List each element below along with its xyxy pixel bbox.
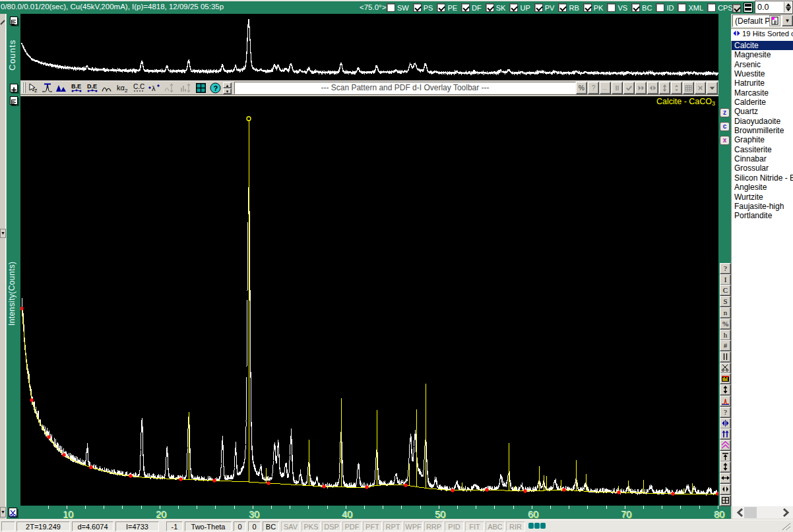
svg-text:B.E: B.E bbox=[71, 83, 81, 90]
svg-text:D.E: D.E bbox=[87, 83, 97, 90]
svg-text:...: ... bbox=[602, 84, 607, 91]
svg-text:2: 2 bbox=[125, 88, 128, 94]
svg-text:λ: λ bbox=[152, 84, 156, 92]
svg-text:z: z bbox=[34, 87, 38, 94]
svg-text:%: % bbox=[579, 84, 585, 92]
svg-text:?: ? bbox=[214, 84, 218, 92]
svg-text:kα: kα bbox=[117, 84, 125, 92]
svg-text:?: ? bbox=[592, 84, 596, 92]
svg-text:C.C: C.C bbox=[133, 83, 144, 90]
